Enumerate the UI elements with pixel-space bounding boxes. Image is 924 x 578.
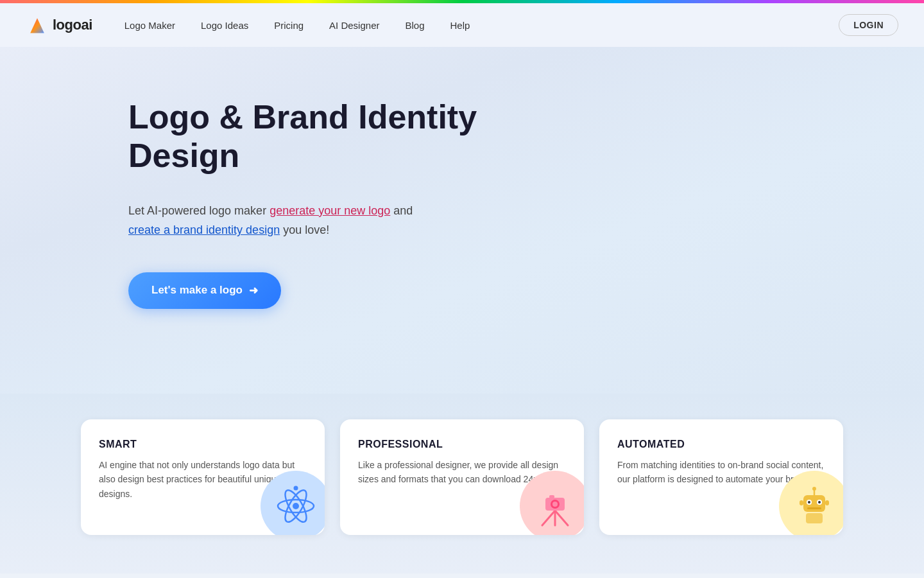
nav-pricing[interactable]: Pricing <box>274 20 304 31</box>
logo-link[interactable]: logoai <box>26 13 92 37</box>
svg-rect-23 <box>806 513 823 523</box>
nav-links: Logo Maker Logo Ideas Pricing AI Designe… <box>124 20 839 31</box>
designer-icon <box>533 484 578 529</box>
login-button[interactable]: LOGIN <box>839 14 898 36</box>
cta-button[interactable]: Let's make a logo ➜ <box>128 272 281 309</box>
svg-rect-18 <box>807 507 821 509</box>
logo-icon <box>26 13 49 37</box>
logo-text: logoai <box>53 17 92 33</box>
svg-rect-20 <box>825 500 829 505</box>
subtitle-prefix: Let AI-powered logo maker <box>128 204 270 217</box>
feature-card-professional: PROFESSIONAL Like a professional designe… <box>340 419 584 535</box>
nav-logo-ideas[interactable]: Logo Ideas <box>201 20 248 31</box>
automated-title: AUTOMATED <box>617 439 825 450</box>
svg-point-1 <box>293 503 299 509</box>
generate-logo-link[interactable]: generate your new logo <box>270 204 390 217</box>
feature-card-automated: AUTOMATED From matching identities to on… <box>599 419 843 535</box>
atom-icon <box>273 484 318 529</box>
subtitle-middle: and <box>390 204 413 217</box>
smart-title: SMART <box>99 439 307 450</box>
svg-rect-19 <box>800 500 803 505</box>
professional-title: PROFESSIONAL <box>358 439 566 450</box>
hero-section: Logo & Brand Identity Design Let AI-powe… <box>0 47 924 394</box>
cta-label: Let's make a logo <box>151 284 243 297</box>
svg-point-17 <box>818 501 821 504</box>
feature-card-smart: SMART AI engine that not only understand… <box>81 419 325 535</box>
stats-section: LogoAi has helped 2,665,308 businesses c… <box>0 574 924 578</box>
svg-point-22 <box>812 487 816 491</box>
svg-line-7 <box>555 511 568 525</box>
robot-icon <box>792 484 837 529</box>
features-section: SMART AI engine that not only understand… <box>0 394 924 574</box>
nav-help[interactable]: Help <box>450 20 470 31</box>
nav-blog[interactable]: Blog <box>405 20 424 31</box>
svg-line-6 <box>542 511 555 525</box>
nav-ai-designer[interactable]: AI Designer <box>329 20 379 31</box>
nav-logo-maker[interactable]: Logo Maker <box>124 20 175 31</box>
hero-subtitle: Let AI-powered logo maker generate your … <box>128 201 462 240</box>
svg-rect-12 <box>549 495 554 498</box>
hero-title: Logo & Brand Identity Design <box>128 98 513 175</box>
subtitle-suffix: you love! <box>280 223 329 236</box>
svg-point-11 <box>552 502 558 507</box>
cta-arrow-icon: ➜ <box>249 284 258 297</box>
navbar: logoai Logo Maker Logo Ideas Pricing AI … <box>0 3 924 47</box>
svg-point-16 <box>808 501 810 504</box>
svg-point-5 <box>294 486 298 491</box>
svg-rect-13 <box>803 495 825 512</box>
brand-identity-link[interactable]: create a brand identity design <box>128 223 280 236</box>
